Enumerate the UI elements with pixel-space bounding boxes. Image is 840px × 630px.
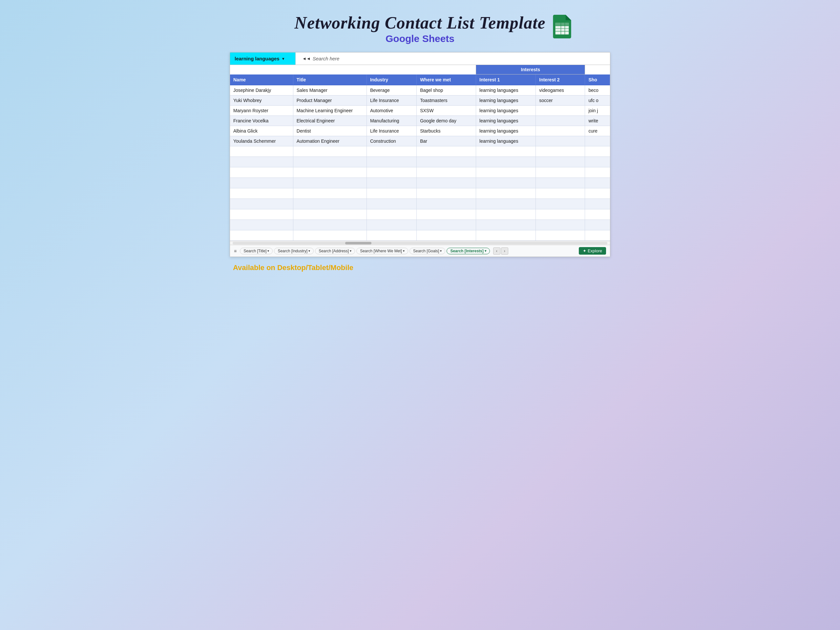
search-placeholder-text: Search here	[313, 56, 339, 62]
empty-table-row	[230, 167, 610, 178]
empty-table-cell	[536, 178, 585, 188]
scroll-thumb	[345, 242, 371, 245]
table-row[interactable]: Maryann RoysterMachine Learning Engineer…	[230, 106, 610, 116]
empty-table-cell	[366, 188, 416, 199]
sheet-nav-arrows: ‹ ›	[493, 248, 508, 255]
empty-table-cell	[417, 178, 476, 188]
search-address-chip[interactable]: Search [Address] ▾	[315, 248, 355, 254]
table-cell: Manufacturing	[366, 116, 416, 126]
empty-table-cell	[230, 231, 293, 241]
table-row[interactable]: Albina GlickDentistLife InsuranceStarbuc…	[230, 126, 610, 136]
table-cell: join j	[585, 106, 610, 116]
table-cell: Josephine Darakjy	[230, 85, 293, 95]
page-title-subtitle: Google Sheets	[294, 33, 545, 44]
table-row[interactable]: Yuki WhobreyProduct ManagerLife Insuranc…	[230, 95, 610, 106]
table-cell	[536, 116, 585, 126]
empty-table-cell	[293, 209, 366, 220]
search-bar[interactable]: ◄◄ Search here	[296, 52, 346, 65]
empty-table-cell	[536, 146, 585, 157]
empty-table-row	[230, 209, 610, 220]
table-cell: learning languages	[476, 106, 536, 116]
empty-table-cell	[476, 188, 536, 199]
table-cell: Yuki Whobrey	[230, 95, 293, 106]
empty-table-cell	[585, 188, 610, 199]
table-row[interactable]: Francine VocelkaElectrical EngineerManuf…	[230, 116, 610, 126]
empty-table-cell	[366, 209, 416, 220]
empty-table-cell	[230, 157, 293, 167]
empty-table-cell	[230, 178, 293, 188]
filter-dropdown[interactable]: learning languages ▼	[230, 52, 296, 65]
empty-table-cell	[476, 146, 536, 157]
table-cell: Construction	[366, 136, 416, 146]
empty-table-cell	[536, 231, 585, 241]
table-row[interactable]: Josephine DarakjySales ManagerBeverageBa…	[230, 85, 610, 95]
table-cell: Life Insurance	[366, 126, 416, 136]
table-cell: Maryann Royster	[230, 106, 293, 116]
th-empty-name	[230, 65, 293, 74]
empty-table-cell	[585, 209, 610, 220]
table-cell: write	[585, 116, 610, 126]
empty-table-cell	[417, 209, 476, 220]
empty-table-cell	[585, 199, 610, 209]
table-cell	[536, 106, 585, 116]
th-empty-short	[585, 65, 610, 74]
search-where-chip[interactable]: Search [Where We Met] ▾	[356, 248, 408, 254]
empty-table-cell	[476, 231, 536, 241]
header-inner: Networking Contact List Template Google …	[294, 13, 545, 44]
table-cell: Bagel shop	[417, 85, 476, 95]
search-title-label: Search [Title]	[243, 249, 267, 253]
th-interest1: Interest 1	[476, 74, 536, 85]
empty-table-cell	[536, 157, 585, 167]
search-industry-chip[interactable]: Search [Industry] ▾	[274, 248, 314, 254]
search-interests-chip[interactable]: Search [Interests] ▾	[447, 248, 489, 254]
explore-plus-icon: ✦	[583, 248, 586, 253]
explore-label: Explore	[588, 248, 602, 253]
table-cell: Dentist	[293, 126, 366, 136]
search-title-chip[interactable]: Search [Title] ▾	[240, 248, 273, 254]
empty-table-cell	[366, 146, 416, 157]
empty-table-row	[230, 157, 610, 167]
empty-table-cell	[585, 178, 610, 188]
explore-button[interactable]: ✦ Explore	[579, 247, 606, 255]
empty-table-cell	[476, 178, 536, 188]
empty-table-cell	[476, 220, 536, 231]
chip-arrow-where: ▾	[403, 249, 404, 253]
interests-header-row: Interests	[230, 65, 610, 74]
nav-next-btn[interactable]: ›	[501, 248, 508, 255]
empty-table-cell	[293, 178, 366, 188]
empty-table-cell	[536, 220, 585, 231]
empty-table-row	[230, 188, 610, 199]
empty-table-cell	[293, 146, 366, 157]
table-cell: ufc o	[585, 95, 610, 106]
google-sheets-icon	[552, 15, 572, 35]
empty-table-cell	[230, 188, 293, 199]
table-cell: soccer	[536, 95, 585, 106]
empty-table-cell	[417, 157, 476, 167]
empty-table-cell	[293, 167, 366, 178]
table-cell: cure	[585, 126, 610, 136]
double-arrow-icon: ◄◄	[302, 56, 311, 61]
table-cell: Product Manager	[293, 95, 366, 106]
filter-dropdown-label: learning languages	[235, 56, 279, 62]
empty-table-cell	[366, 231, 416, 241]
table-row[interactable]: Youlanda SchemmerAutomation EngineerCons…	[230, 136, 610, 146]
empty-table-cell	[476, 209, 536, 220]
empty-table-cell	[366, 199, 416, 209]
hamburger-icon[interactable]: ≡	[234, 248, 237, 254]
table-cell: Youlanda Schemmer	[230, 136, 293, 146]
horizontal-scrollbar[interactable]	[230, 241, 610, 245]
th-where-met: Where we met	[417, 74, 476, 85]
empty-table-cell	[417, 188, 476, 199]
empty-table-row	[230, 146, 610, 157]
table-cell: learning languages	[476, 95, 536, 106]
empty-table-cell	[585, 167, 610, 178]
empty-table-cell	[230, 199, 293, 209]
table-cell: Toastmasters	[417, 95, 476, 106]
empty-table-cell	[230, 167, 293, 178]
chip-arrow-industry: ▾	[308, 249, 310, 253]
svg-rect-6	[555, 23, 568, 26]
table-cell: beco	[585, 85, 610, 95]
search-goals-chip[interactable]: Search [Goals] ▾	[409, 248, 445, 254]
nav-prev-btn[interactable]: ‹	[493, 248, 501, 255]
empty-table-cell	[366, 220, 416, 231]
